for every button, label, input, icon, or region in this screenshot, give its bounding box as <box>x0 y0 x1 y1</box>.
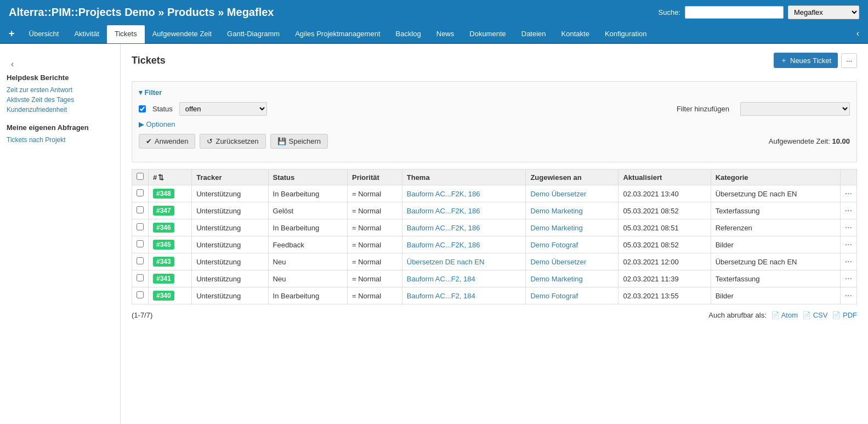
assigned-link[interactable]: Demo Übersetzer <box>530 258 586 266</box>
save-button[interactable]: 💾 Speichern <box>270 134 328 149</box>
row-actions-menu[interactable]: ··· <box>845 274 852 283</box>
row-actions-menu[interactable]: ··· <box>845 240 852 249</box>
filter-add-select[interactable] <box>740 102 850 116</box>
assigned-link[interactable]: Demo Marketing <box>530 224 582 232</box>
ticket-id-link[interactable]: #340 <box>153 291 174 301</box>
ticket-id-link[interactable]: #347 <box>153 206 174 216</box>
col-header-updated[interactable]: Aktualisiert <box>619 169 711 185</box>
row-checkbox[interactable] <box>137 189 144 196</box>
updated-cell: 05.03.2021 08:52 <box>619 236 711 253</box>
tab-ubersicht[interactable]: Übersicht <box>21 25 67 43</box>
filter-toggle[interactable]: ▾ Filter <box>139 88 850 97</box>
row-checkbox[interactable] <box>137 257 144 264</box>
export-csv-link[interactable]: 📄 CSV <box>802 311 827 319</box>
tab-aufgewendete-zeit[interactable]: Aufgewendete Zeit <box>145 25 219 43</box>
col-header-num[interactable]: #⇅ <box>149 169 192 185</box>
col-header-priority[interactable]: Priorität <box>348 169 402 185</box>
table-row: #347 Unterstützung Gelöst = Normal Baufo… <box>132 202 857 219</box>
row-checkbox[interactable] <box>137 206 144 213</box>
topic-link[interactable]: Bauform AC...F2K, 186 <box>407 241 480 249</box>
sidebar-link-aktivste-zeit[interactable]: Aktivste Zeit des Tages <box>7 96 114 104</box>
ticket-id-link[interactable]: #341 <box>153 274 174 284</box>
row-checkbox[interactable] <box>137 274 144 281</box>
ticket-id-link[interactable]: #345 <box>153 240 174 250</box>
apply-button[interactable]: ✔ Anwenden <box>139 134 195 149</box>
sidebar-section-helpdesk: Helpdesk Berichte Zeit zur ersten Antwor… <box>7 74 114 114</box>
ticket-id-link[interactable]: #348 <box>153 189 174 199</box>
header-title: Alterra::PIM::Projects Demo » Products »… <box>9 6 274 19</box>
sidebar-link-kundenzufriedenheit[interactable]: Kundenzufriedenheit <box>7 106 114 114</box>
assigned-link[interactable]: Demo Marketing <box>530 275 582 283</box>
options-toggle[interactable]: ▶ Optionen <box>139 120 850 128</box>
tab-backlog[interactable]: Backlog <box>388 25 429 43</box>
assigned-link[interactable]: Demo Marketing <box>530 207 582 215</box>
apply-label: Anwenden <box>155 137 188 145</box>
row-checkbox[interactable] <box>137 240 144 247</box>
assigned-link[interactable]: Demo Übersetzer <box>530 190 586 198</box>
row-actions-menu[interactable]: ··· <box>845 257 852 266</box>
search-input[interactable] <box>685 6 784 19</box>
topic-link[interactable]: Bauform AC...F2, 184 <box>407 292 475 300</box>
spent-time-value: 10.00 <box>832 137 850 145</box>
reset-label: Zurücksetzen <box>215 137 258 145</box>
row-checkbox[interactable] <box>137 291 144 298</box>
checkmark-icon: ✔ <box>146 137 152 145</box>
sidebar-link-zeit-antwort[interactable]: Zeit zur ersten Antwort <box>7 86 114 94</box>
main-content: Tickets ＋ Neues Ticket ··· ▾ Filter Stat… <box>121 44 868 424</box>
tab-tickets[interactable]: Tickets <box>107 25 145 43</box>
assigned-link[interactable]: Demo Fotograf <box>530 241 578 249</box>
col-header-assigned[interactable]: Zugewiesen an <box>526 169 619 185</box>
priority-cell: = Normal <box>348 202 402 219</box>
search-project-select[interactable]: Megaflex <box>788 5 859 19</box>
select-all-checkbox[interactable] <box>137 173 144 180</box>
add-nav-button[interactable]: + <box>4 26 19 42</box>
tab-dokumente[interactable]: Dokumente <box>462 25 513 43</box>
table-row: #346 Unterstützung In Bearbeitung = Norm… <box>132 219 857 236</box>
col-header-tracker[interactable]: Tracker <box>192 169 268 185</box>
export-atom-link[interactable]: 📄 Atom <box>771 311 798 319</box>
status-filter-select[interactable]: offen neu in bearbeitung gelöst geschlos… <box>179 102 267 116</box>
header: Alterra::PIM::Projects Demo » Products »… <box>0 0 868 24</box>
ticket-id-link[interactable]: #343 <box>153 257 174 267</box>
ticket-id-link[interactable]: #346 <box>153 223 174 233</box>
col-header-category[interactable]: Kategorie <box>711 169 840 185</box>
more-options-button[interactable]: ··· <box>841 53 857 68</box>
topic-link[interactable]: Bauform AC...F2, 184 <box>407 275 475 283</box>
col-header-status[interactable]: Status <box>268 169 347 185</box>
row-actions-menu[interactable]: ··· <box>845 291 852 300</box>
row-actions-menu[interactable]: ··· <box>845 189 852 198</box>
sidebar-collapse-button[interactable]: ‹ <box>7 55 114 74</box>
tracker-cell: Unterstützung <box>192 219 268 236</box>
priority-cell: = Normal <box>348 236 402 253</box>
nav-collapse-icon[interactable]: ‹ <box>852 26 864 41</box>
pagination-row: (1-7/7) Auch abrufbar als: 📄 Atom 📄 CSV … <box>132 311 857 319</box>
updated-cell: 02.03.2021 13:40 <box>619 185 711 202</box>
row-checkbox[interactable] <box>137 223 144 230</box>
row-actions-menu[interactable]: ··· <box>845 206 852 215</box>
assigned-link[interactable]: Demo Fotograf <box>530 292 578 300</box>
tab-gantt[interactable]: Gantt-Diagramm <box>219 25 287 43</box>
sidebar-link-tickets-projekt[interactable]: Tickets nach Projekt <box>7 136 114 144</box>
topic-link[interactable]: Bauform AC...F2K, 186 <box>407 224 480 232</box>
tab-kontakte[interactable]: Kontakte <box>554 25 597 43</box>
tracker-cell: Unterstützung <box>192 202 268 219</box>
topic-link[interactable]: Bauform AC...F2K, 186 <box>407 190 480 198</box>
new-ticket-button[interactable]: ＋ Neues Ticket <box>774 53 838 68</box>
tab-news[interactable]: News <box>429 25 462 43</box>
export-pdf-link[interactable]: 📄 PDF <box>832 311 857 319</box>
tickets-table-body: #348 Unterstützung In Bearbeitung = Norm… <box>132 185 857 304</box>
also-label: Auch abrufbar als: <box>708 311 767 319</box>
row-actions-menu[interactable]: ··· <box>845 223 852 232</box>
col-header-topic[interactable]: Thema <box>402 169 526 185</box>
tab-agiles[interactable]: Agiles Projektmanagement <box>287 25 388 43</box>
topic-link[interactable]: Übersetzen DE nach EN <box>407 258 485 266</box>
status-filter-checkbox[interactable] <box>139 105 146 112</box>
tab-dateien[interactable]: Dateien <box>514 25 554 43</box>
tab-konfiguration[interactable]: Konfiguration <box>597 25 655 43</box>
save-icon: 💾 <box>277 137 286 145</box>
tracker-cell: Unterstützung <box>192 185 268 202</box>
tab-aktivitat[interactable]: Aktivität <box>66 25 107 43</box>
topic-link[interactable]: Bauform AC...F2K, 186 <box>407 207 480 215</box>
table-row: #345 Unterstützung Feedback = Normal Bau… <box>132 236 857 253</box>
reset-button[interactable]: ↺ Zurücksetzen <box>200 134 265 149</box>
